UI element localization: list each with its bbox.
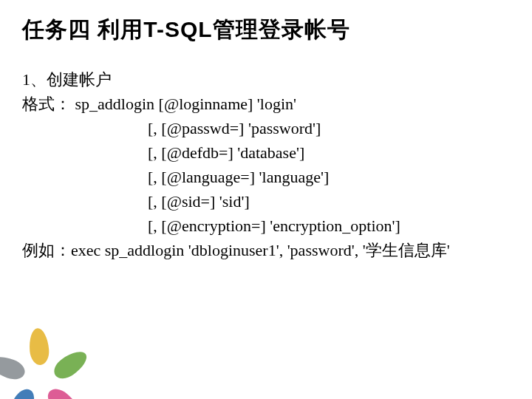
body-line-5: [, [@language=] 'language'] bbox=[22, 165, 532, 189]
body-line-6: [, [@sid=] 'sid'] bbox=[22, 189, 532, 214]
slide: 任务四 利用T-SQL管理登录帐号 1、创建帐户 格式： sp_addlogin… bbox=[0, 0, 532, 399]
body-line-8: 例如：exec sp_addlogin 'dbloginuser1', 'pas… bbox=[22, 238, 532, 262]
body-line-7: [, [@encryption=] 'encryption_option'] bbox=[22, 214, 532, 238]
body-line-2: 格式： sp_addlogin [@loginname] 'login' bbox=[22, 92, 532, 116]
slide-body: 1、创建帐户 格式： sp_addlogin [@loginname] 'log… bbox=[22, 67, 532, 262]
logo-petal-1 bbox=[28, 327, 50, 366]
body-line-3: [, [@passwd=] 'password'] bbox=[22, 116, 532, 140]
slide-title: 任务四 利用T-SQL管理登录帐号 bbox=[22, 15, 532, 45]
logo-petal-5 bbox=[0, 352, 27, 383]
logo-petal-3 bbox=[44, 384, 84, 399]
body-line-4: [, [@defdb=] 'database'] bbox=[22, 140, 532, 165]
logo-icon bbox=[7, 325, 74, 392]
logo-petal-2 bbox=[50, 347, 92, 383]
body-line-1: 1、创建帐户 bbox=[22, 67, 532, 92]
logo-petal-4 bbox=[4, 386, 39, 400]
